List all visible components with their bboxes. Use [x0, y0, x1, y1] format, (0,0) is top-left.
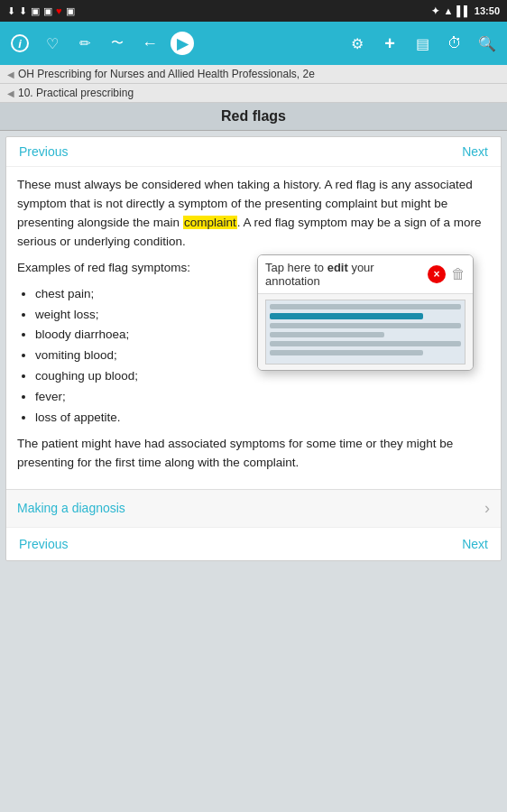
add-button[interactable]: + [377, 31, 402, 56]
download-icon-2: ⬇ [19, 5, 27, 17]
pencil-icon: ✏ [79, 35, 91, 51]
back-button[interactable]: ← [137, 31, 162, 56]
content-area: Previous Next These must always be consi… [5, 136, 502, 561]
next-button-bottom[interactable]: Next [458, 535, 492, 553]
info-button[interactable]: i [7, 31, 32, 56]
screenshot-icon: ▣ [31, 5, 40, 17]
section-link-making-diagnosis[interactable]: Making a diagnosis › [6, 489, 501, 527]
annotate-button[interactable]: ✏ [72, 31, 97, 56]
annotation-line-5 [270, 350, 423, 355]
annotation-screenshot-inner [266, 300, 465, 364]
download-icon-1: ⬇ [7, 5, 15, 17]
toolbar-left: i ♡ ✏ 〜 ← ▶ [7, 31, 195, 56]
activity-button[interactable]: 〜 [105, 31, 130, 56]
page-title-text: Red flags [221, 108, 286, 124]
previous-button-top[interactable]: Previous [15, 143, 71, 161]
info-icon: i [11, 34, 29, 52]
book-icon: ▤ [416, 35, 429, 52]
heart-status-icon: ♥ [56, 5, 62, 16]
breadcrumb-level-2[interactable]: ◀ 10. Practical prescribing [0, 84, 507, 102]
annotation-header: Tap here to edit your annotation × 🗑 [258, 255, 473, 294]
top-nav-row: Previous Next [6, 137, 501, 167]
gear-icon: ⚙ [351, 35, 364, 52]
previous-button-bottom[interactable]: Previous [15, 535, 71, 553]
annotation-line-2 [270, 323, 461, 328]
annotation-line-4 [270, 341, 461, 346]
symptom-loss-appetite: loss of appetite. [35, 409, 490, 428]
section-link-arrow-icon: › [484, 499, 490, 518]
breadcrumb-label-2: 10. Practical prescribing [18, 87, 134, 99]
plus-icon: + [384, 33, 395, 54]
breadcrumb-arrow-2: ◀ [7, 88, 14, 98]
wifi-icon: ▲ [443, 5, 453, 16]
search-button[interactable]: 🔍 [475, 31, 500, 56]
forward-arrow-icon: ▶ [171, 32, 194, 55]
settings-button[interactable]: ⚙ [345, 31, 370, 56]
status-bar-right: ✦ ▲ ▌▌ 13:50 [431, 5, 500, 17]
symptom-fever: fever; [35, 388, 490, 407]
time-display: 13:50 [475, 5, 500, 16]
section-link-label: Making a diagnosis [17, 501, 125, 515]
breadcrumb-arrow-1: ◀ [7, 69, 14, 79]
next-button-top[interactable]: Next [458, 143, 492, 161]
bottom-nav-row: Previous Next [6, 527, 501, 560]
back-arrow-icon: ← [142, 34, 158, 53]
annotation-close-button[interactable]: × [428, 265, 446, 283]
toolbar-right: ⚙ + ▤ ⏱ 🔍 [345, 31, 500, 56]
annotation-trash-button[interactable]: 🗑 [451, 266, 466, 282]
annotation-header-text: Tap here to edit your annotation [265, 261, 428, 288]
breadcrumb-label-1: OH Prescribing for Nurses and Allied Hea… [18, 68, 315, 80]
signal-icon: ▌▌ [456, 5, 471, 16]
status-bar: ⬇ ⬇ ▣ ▣ ♥ ▣ ✦ ▲ ▌▌ 13:50 [0, 0, 507, 22]
page-title: Red flags [0, 103, 507, 131]
wave-icon: 〜 [111, 35, 124, 51]
annotation-line-1 [270, 304, 461, 309]
status-bar-left-icons: ⬇ ⬇ ▣ ▣ ♥ ▣ [7, 5, 75, 17]
favorites-button[interactable]: ♡ [40, 31, 65, 56]
annotation-line-3 [270, 332, 384, 337]
forward-button[interactable]: ▶ [170, 31, 195, 56]
breadcrumb-level-1[interactable]: ◀ OH Prescribing for Nurses and Allied H… [0, 65, 507, 84]
annotation-body [258, 294, 473, 370]
screenshot-icon-2: ▣ [43, 5, 52, 17]
breadcrumb-bar: ◀ OH Prescribing for Nurses and Allied H… [0, 65, 507, 103]
annotation-popup[interactable]: Tap here to edit your annotation × 🗑 [257, 254, 474, 371]
library-button[interactable]: ▤ [410, 31, 435, 56]
top-toolbar: i ♡ ✏ 〜 ← ▶ ⚙ + ▤ ⏱ 🔍 [0, 22, 507, 65]
annotation-screenshot [265, 300, 466, 364]
history-button[interactable]: ⏱ [442, 31, 467, 56]
paragraph-1: These must always be considered when tak… [17, 176, 490, 252]
heart-icon: ♡ [46, 35, 59, 52]
paragraph-2: The patient might have had associated sy… [17, 435, 490, 473]
clock-icon: ⏱ [447, 35, 462, 51]
app-icon: ▣ [66, 5, 75, 17]
search-icon: 🔍 [478, 35, 496, 52]
annotation-line-selected [270, 313, 423, 319]
bluetooth-icon: ✦ [431, 5, 439, 17]
highlighted-word: complaint [183, 216, 237, 229]
